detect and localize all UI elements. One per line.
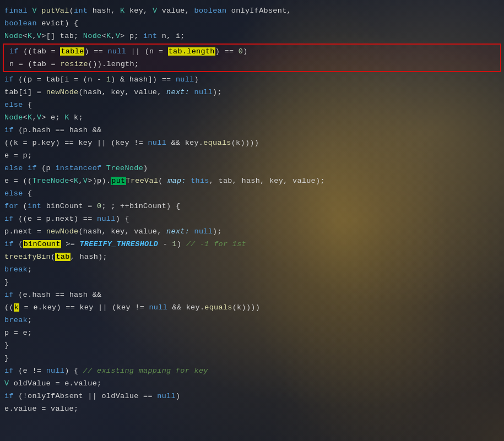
code-line: ((k = e.key) == key || (key != null && k… [0, 301, 504, 314]
code-line: if (e.hash == hash && [0, 288, 504, 301]
code-line: Node<K,V>[] tab; Node<K,V> p; int n, i; [0, 30, 504, 42]
code-line: p = e; [0, 326, 504, 339]
code-line: boolean evict) { [0, 17, 504, 30]
code-line: if (e != null) { // existing mapping for… [0, 364, 504, 377]
code-line: n = (tab = resize()).length; [5, 58, 499, 70]
code-line: e.value = value; [0, 402, 504, 415]
code-line: for (int binCount = 0; ; ++binCount) { [0, 200, 504, 213]
code-line: else { [0, 187, 504, 200]
code-line: else { [0, 99, 504, 111]
code-line: if ((p = tab[i = (n - 1) & hash]) == nul… [0, 73, 504, 86]
code-line: Node<K,V> e; K k; [0, 111, 504, 124]
highlight-box: if ((tab = table) == null || (n = tab.le… [3, 43, 501, 72]
code-line: tab[i] = newNode(hash, key, value, next:… [0, 86, 504, 99]
code-container: final V putVal(int hash, K key, V value,… [0, 0, 504, 441]
code-line: if (!onlyIfAbsent || oldValue == null) [0, 390, 504, 402]
code-line: } [0, 352, 504, 364]
code-line: V oldValue = e.value; [0, 377, 504, 390]
code-line: if ((tab = table) == null || (n = tab.le… [5, 45, 499, 58]
code-line: if (binCount >= TREEIFY_THRESHOLD - 1) /… [0, 238, 504, 251]
code-line: e = p; [0, 149, 504, 162]
code-line: ((k = p.key) == key || (key != null && k… [0, 137, 504, 149]
code-line: else if (p instanceof TreeNode) [0, 162, 504, 175]
code-line: break; [0, 314, 504, 326]
code-line: e = ((TreeNode<K,V>)p).putTreeVal( map: … [0, 175, 504, 187]
code-line: break; [0, 263, 504, 276]
code-line: if (p.hash == hash && [0, 124, 504, 137]
code-line: treeifyBin(tab, hash); [0, 251, 504, 263]
code-line: } [0, 276, 504, 288]
code-line: final V putVal(int hash, K key, V value,… [0, 4, 504, 17]
code-line: p.next = newNode(hash, key, value, next:… [0, 225, 504, 238]
code-line: } [0, 339, 504, 352]
code-line: if ((e = p.next) == null) { [0, 213, 504, 225]
